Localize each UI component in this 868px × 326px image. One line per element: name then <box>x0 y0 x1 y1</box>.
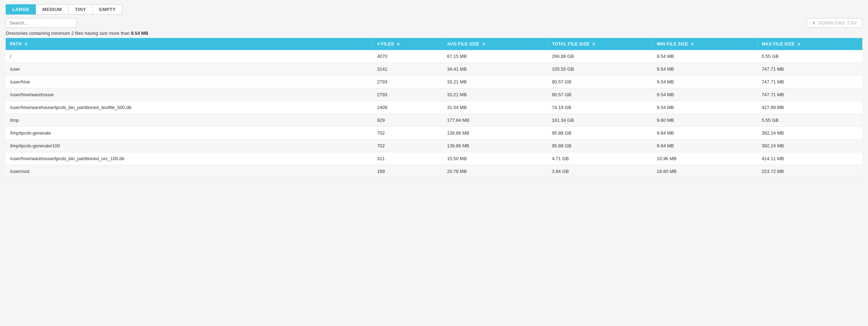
search-input[interactable] <box>6 18 77 28</box>
download-icon: ⬇ <box>812 20 816 26</box>
sort-icon-min: ⇅ <box>691 42 694 46</box>
table-body: / 4070 67.15 MB 266.89 GB 9.54 MB 5.55 G… <box>6 50 862 178</box>
table-row: /user/hive/warehouse/tpcds_bin_partition… <box>6 152 862 165</box>
cell-avg: 67.15 MB <box>443 50 548 63</box>
cell-path: /tmp/tpcds-generate/100 <box>6 140 373 152</box>
col-avg-size[interactable]: AVG FILE SIZE ⇅ <box>443 38 548 50</box>
sort-icon-max: ⇅ <box>797 42 800 46</box>
filter-threshold: 9.54 MB <box>131 31 148 36</box>
cell-max: 5.55 GB <box>757 114 862 127</box>
data-table: PATH ⇅ # FILES ⇅ AVG FILE SIZE ⇅ TOTAL F… <box>6 38 862 178</box>
cell-total: 90.57 GB <box>547 76 652 88</box>
cell-avg: 20.78 MB <box>443 165 548 178</box>
cell-path: /user <box>6 63 373 76</box>
table-row: /user/hive/warehouse/tpcds_bin_partition… <box>6 101 862 114</box>
cell-avg: 139.86 MB <box>443 127 548 140</box>
filter-prefix: Directories containing minimum 2 files h… <box>6 31 131 36</box>
cell-min: 9.84 MB <box>652 140 757 152</box>
sort-icon-files: ⇅ <box>397 42 400 46</box>
cell-files: 3141 <box>373 63 443 76</box>
cell-files: 189 <box>373 165 443 178</box>
sort-icon-path: ⇅ <box>24 42 27 46</box>
cell-min: 9.54 MB <box>652 50 757 63</box>
cell-path: /tmp <box>6 114 373 127</box>
download-label: DOWNLOAD .CSV <box>818 21 857 26</box>
cell-files: 702 <box>373 140 443 152</box>
col-total-size[interactable]: TOTAL FILE SIZE ⇅ <box>547 38 652 50</box>
cell-files: 2793 <box>373 76 443 88</box>
cell-min: 9.54 MB <box>652 76 757 88</box>
cell-files: 311 <box>373 152 443 165</box>
table-header: PATH ⇅ # FILES ⇅ AVG FILE SIZE ⇅ TOTAL F… <box>6 38 862 50</box>
col-files[interactable]: # FILES ⇅ <box>373 38 443 50</box>
cell-min: 18.60 MB <box>652 165 757 178</box>
cell-files: 702 <box>373 127 443 140</box>
cell-avg: 139.86 MB <box>443 140 548 152</box>
cell-total: 161.34 GB <box>547 114 652 127</box>
cell-min: 9.54 MB <box>652 88 757 101</box>
table-row: /tmp/tpcds-generate 702 139.86 MB 95.88 … <box>6 127 862 140</box>
cell-max: 223.72 MB <box>757 165 862 178</box>
cell-path: / <box>6 50 373 63</box>
cell-avg: 177.84 MB <box>443 114 548 127</box>
cell-min: 9.54 MB <box>652 101 757 114</box>
cell-min: 9.84 MB <box>652 127 757 140</box>
cell-path: /user/hive/warehouse <box>6 88 373 101</box>
table-row: / 4070 67.15 MB 266.89 GB 9.54 MB 5.55 G… <box>6 50 862 63</box>
tab-empty[interactable]: EMPTY <box>93 4 123 15</box>
tab-medium[interactable]: MEDIUM <box>36 4 68 15</box>
filter-description: Directories containing minimum 2 files h… <box>6 31 862 36</box>
cell-files: 929 <box>373 114 443 127</box>
col-path[interactable]: PATH ⇅ <box>6 38 373 50</box>
tab-bar: LARGEMEDIUMTINYEMPTY <box>6 4 862 15</box>
cell-path: /user/hive/warehouse/tpcds_bin_partition… <box>6 101 373 114</box>
cell-path: /user/hive <box>6 76 373 88</box>
cell-max: 747.71 MB <box>757 63 862 76</box>
download-csv-button[interactable]: ⬇ DOWNLOAD .CSV <box>807 18 862 28</box>
cell-min: 10.96 MB <box>652 152 757 165</box>
cell-files: 2793 <box>373 88 443 101</box>
table-row: /tmp 929 177.84 MB 161.34 GB 9.60 MB 5.5… <box>6 114 862 127</box>
tab-tiny[interactable]: TINY <box>69 4 93 15</box>
cell-max: 5.55 GB <box>757 50 862 63</box>
cell-total: 95.88 GB <box>547 127 652 140</box>
table-row: /tmp/tpcds-generate/100 702 139.86 MB 95… <box>6 140 862 152</box>
cell-max: 392.24 MB <box>757 127 862 140</box>
table-row: /user/hive/warehouse 2793 33.21 MB 90.57… <box>6 88 862 101</box>
cell-avg: 33.21 MB <box>443 76 548 88</box>
col-max-size[interactable]: MAX FILE SIZE ⇅ <box>757 38 862 50</box>
cell-min: 9.54 MB <box>652 63 757 76</box>
table-row: /user/root 189 20.78 MB 3.84 GB 18.60 MB… <box>6 165 862 178</box>
cell-avg: 15.50 MB <box>443 152 548 165</box>
cell-path: /user/root <box>6 165 373 178</box>
cell-max: 392.24 MB <box>757 140 862 152</box>
cell-total: 3.84 GB <box>547 165 652 178</box>
cell-max: 747.71 MB <box>757 88 862 101</box>
cell-path: /tmp/tpcds-generate <box>6 127 373 140</box>
col-min-size[interactable]: MIN FILE SIZE ⇅ <box>652 38 757 50</box>
cell-avg: 33.21 MB <box>443 88 548 101</box>
cell-total: 4.71 GB <box>547 152 652 165</box>
sort-icon-avg: ⇅ <box>482 42 485 46</box>
cell-avg: 31.54 MB <box>443 101 548 114</box>
tab-large[interactable]: LARGE <box>6 4 36 15</box>
cell-total: 266.89 GB <box>547 50 652 63</box>
sort-icon-total: ⇅ <box>592 42 595 46</box>
toolbar-row: ⬇ DOWNLOAD .CSV <box>6 18 862 28</box>
cell-files: 2409 <box>373 101 443 114</box>
cell-files: 4070 <box>373 50 443 63</box>
cell-total: 90.57 GB <box>547 88 652 101</box>
cell-avg: 34.41 MB <box>443 63 548 76</box>
cell-total: 74.19 GB <box>547 101 652 114</box>
cell-min: 9.60 MB <box>652 114 757 127</box>
cell-total: 105.55 GB <box>547 63 652 76</box>
table-row: /user 3141 34.41 MB 105.55 GB 9.54 MB 74… <box>6 63 862 76</box>
cell-max: 747.71 MB <box>757 76 862 88</box>
table-row: /user/hive 2793 33.21 MB 90.57 GB 9.54 M… <box>6 76 862 88</box>
cell-path: /user/hive/warehouse/tpcds_bin_partition… <box>6 152 373 165</box>
cell-total: 95.88 GB <box>547 140 652 152</box>
cell-max: 414.11 MB <box>757 152 862 165</box>
cell-max: 427.89 MB <box>757 101 862 114</box>
